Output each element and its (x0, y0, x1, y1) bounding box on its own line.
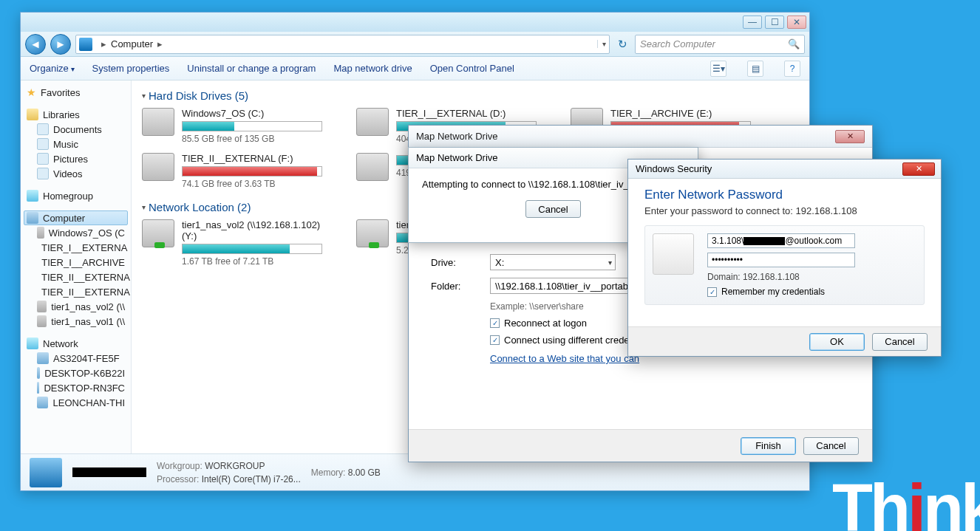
close-button[interactable]: ✕ (902, 162, 935, 176)
network-icon (27, 338, 38, 349)
tree-drive-e[interactable]: TIER_I__ARCHIVE (24, 255, 128, 270)
dialog-buttons: Finish Cancel (409, 429, 872, 462)
minimize-button[interactable]: — (743, 16, 762, 29)
breadcrumb[interactable]: ▸ Computer ▸ ▾ (75, 35, 610, 54)
preview-pane-button[interactable]: ▤ (747, 61, 763, 77)
tree-net-4[interactable]: LEONCHAN-THI (24, 395, 128, 410)
tree-music[interactable]: Music (24, 137, 128, 151)
tree-homegroup[interactable]: Homegroup (24, 188, 128, 203)
control-panel-button[interactable]: Open Control Panel (430, 63, 514, 74)
breadcrumb-item[interactable]: Computer (111, 38, 153, 49)
avatar-icon (653, 233, 694, 275)
pc-icon (37, 352, 49, 364)
tree-network[interactable]: Network (24, 336, 128, 351)
remember-checkbox[interactable]: ✓ Remember my credentials (707, 287, 855, 297)
folder-label: Folder: (431, 281, 475, 292)
security-dialog: Windows Security ✕ Enter Network Passwor… (627, 159, 942, 357)
tree-net-3[interactable]: DESKTOP-RN3FC (24, 380, 128, 395)
tree-libraries[interactable]: Libraries (24, 107, 128, 122)
search-placeholder: Search Computer (640, 38, 715, 49)
drive-icon (356, 153, 389, 181)
drive-icon (142, 108, 174, 136)
ok-button[interactable]: OK (809, 333, 865, 351)
net-drive-icon (37, 315, 47, 327)
tree-drive-g[interactable]: TIER_II__EXTERNA (24, 284, 128, 299)
checkbox-icon: ✓ (707, 287, 717, 297)
drive-label: Drive: (431, 257, 475, 268)
usage-bar (182, 121, 322, 131)
pc-icon (37, 367, 40, 379)
tree-net-1[interactable]: AS3204T-FE5F (24, 351, 128, 366)
close-button[interactable]: ✕ (787, 16, 806, 29)
computer-icon (27, 212, 38, 224)
net-drive-icon (356, 219, 389, 247)
toolbar: Organize System properties Uninstall or … (21, 57, 809, 80)
tree-pictures[interactable]: Pictures (24, 151, 128, 166)
tree-net-2[interactable]: DESKTOP-K6B22I (24, 366, 128, 380)
usage-bar (182, 244, 322, 254)
tree-drive-c[interactable]: Windows7_OS (C (24, 225, 128, 240)
cancel-button[interactable]: Cancel (803, 437, 859, 455)
drive-y[interactable]: tier1_nas_vol2 (\\192.168.1.102) (Y:) 1.… (142, 219, 334, 267)
star-icon: ★ (27, 86, 36, 98)
tree-drive-d[interactable]: TIER_I__EXTERNA (24, 240, 128, 255)
search-input[interactable]: Search Computer 🔍 (635, 35, 805, 54)
view-options-button[interactable]: ☰▾ (710, 61, 727, 77)
window-titlebar: — ☐ ✕ (21, 13, 809, 32)
help-button[interactable]: ? (784, 61, 800, 77)
nav-tree: ★Favorites Libraries Documents Music Pic… (21, 80, 132, 453)
username-redacted (743, 237, 785, 245)
drive-icon (356, 108, 389, 136)
search-icon: 🔍 (788, 38, 800, 49)
dialog-title: Windows Security (636, 163, 712, 174)
refresh-button[interactable]: ↻ (614, 38, 630, 51)
username-input[interactable]: 3.1.108\@outlook.com (707, 233, 855, 248)
computer-icon (30, 458, 62, 487)
domain-text: Domain: 192.168.1.108 (707, 272, 855, 282)
pictures-icon (37, 153, 49, 165)
close-button[interactable]: ✕ (835, 130, 865, 143)
net-drive-icon (37, 301, 47, 312)
drive-icon (37, 227, 44, 239)
nav-bar: ◄ ► ▸ Computer ▸ ▾ ↻ Search Computer 🔍 (21, 32, 809, 57)
tree-videos[interactable]: Videos (24, 166, 128, 181)
maximize-button[interactable]: ☐ (765, 16, 784, 29)
back-button[interactable]: ◄ (25, 34, 46, 55)
organize-button[interactable]: Organize (30, 63, 75, 74)
dialog-buttons: OK Cancel (628, 326, 941, 356)
music-icon (37, 138, 49, 150)
dialog-titlebar: Map Network Drive ✕ (409, 126, 872, 148)
tree-drive-y[interactable]: tier1_nas_vol2 (\\ (24, 299, 128, 314)
drive-combo[interactable]: X: (490, 254, 616, 270)
security-heading: Enter Network Password (644, 188, 925, 202)
drive-icon (142, 153, 174, 181)
forward-button[interactable]: ► (50, 34, 71, 55)
drive-c[interactable]: Windows7_OS (C:) 85.5 GB free of 135 GB (142, 108, 334, 144)
chevron-right-icon: ▸ (97, 38, 111, 49)
chevron-right-icon: ▸ (153, 38, 167, 49)
drive-f[interactable]: TIER_II__EXTERNAL (F:) 74.1 GB free of 3… (142, 153, 334, 189)
uninstall-button[interactable]: Uninstall or change a program (187, 63, 316, 74)
cancel-button[interactable]: Cancel (872, 333, 928, 351)
password-input[interactable]: •••••••••• (707, 253, 855, 267)
brand-text: Think (832, 475, 980, 531)
finish-button[interactable]: Finish (741, 437, 796, 455)
tree-documents[interactable]: Documents (24, 122, 128, 137)
tree-drive-z[interactable]: tier1_nas_vol1 (\\ (24, 314, 128, 329)
credential-box: 3.1.108\@outlook.com •••••••••• Domain: … (644, 225, 925, 305)
cancel-button[interactable]: Cancel (525, 200, 581, 218)
chevron-down-icon[interactable]: ▾ (597, 40, 606, 48)
computer-icon (79, 38, 92, 51)
tree-drive-f[interactable]: TIER_II__EXTERNA (24, 270, 128, 284)
group-hdd[interactable]: Hard Disk Drives (5) (142, 89, 799, 102)
net-drive-icon (142, 219, 174, 247)
tree-favorites[interactable]: ★Favorites (24, 85, 128, 100)
map-drive-button[interactable]: Map network drive (333, 63, 412, 74)
tree-computer[interactable]: Computer (24, 210, 128, 225)
checkbox-icon: ✓ (490, 335, 500, 345)
checkbox-icon: ✓ (490, 318, 500, 328)
document-icon (37, 123, 49, 135)
pc-icon (37, 397, 48, 408)
dialog-title: Map Network Drive (416, 152, 498, 163)
system-properties-button[interactable]: System properties (92, 63, 170, 74)
